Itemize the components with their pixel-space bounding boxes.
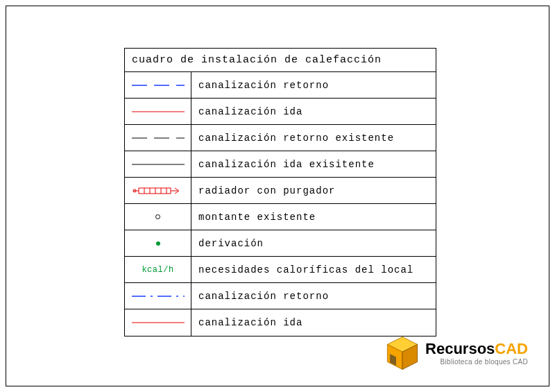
logo-brand-prefix: Recursos bbox=[425, 340, 495, 357]
symbol-dashed-black-line bbox=[125, 125, 191, 151]
legend-label: canalización retorno existente bbox=[191, 125, 436, 151]
legend-label: canalización retorno bbox=[191, 72, 436, 98]
logo-text: RecursosCAD Biblioteca de bloques CAD bbox=[425, 341, 528, 366]
legend-row: kcal/h necesidades caloríficas del local bbox=[125, 257, 436, 283]
legend-label: canalización retorno bbox=[191, 283, 436, 309]
legend-row: derivación bbox=[125, 230, 436, 257]
symbol-filled-green-dot-icon bbox=[125, 230, 191, 256]
legend-title: cuadro de instalación de calefacción bbox=[125, 49, 436, 72]
svg-rect-5 bbox=[139, 188, 171, 194]
symbol-open-circle-icon bbox=[125, 204, 191, 230]
legend-row: canalización retorno existente bbox=[125, 125, 436, 151]
legend-row: canalización retorno bbox=[125, 72, 436, 99]
legend-row: canalización ida bbox=[125, 309, 436, 336]
legend-label: montante existente bbox=[191, 204, 436, 230]
symbol-dashed-blue-line bbox=[125, 72, 191, 98]
symbol-solid-red-line bbox=[125, 99, 191, 124]
legend-label: canalización ida bbox=[191, 99, 436, 124]
legend-label: canalización ida bbox=[191, 309, 436, 336]
symbol-solid-black-line bbox=[125, 151, 191, 177]
symbol-kcal-text: kcal/h bbox=[125, 257, 191, 282]
symbol-solid-red-line bbox=[125, 309, 191, 336]
legend-label: derivación bbox=[191, 230, 436, 256]
legend-row: radiador con purgador bbox=[125, 178, 436, 204]
legend-table: cuadro de instalación de calefacción can… bbox=[124, 48, 436, 336]
outer-frame: cuadro de instalación de calefacción can… bbox=[6, 6, 549, 386]
legend-label: necesidades caloríficas del local bbox=[191, 257, 436, 282]
logo-tagline: Biblioteca de bloques CAD bbox=[425, 359, 528, 366]
logo-brand-suffix: CAD bbox=[495, 340, 528, 357]
symbol-radiator-icon bbox=[125, 178, 191, 203]
legend-label: canalización ida exisitente bbox=[191, 151, 436, 177]
legend-row: canalización ida exisitente bbox=[125, 151, 436, 178]
legend-row: montante existente bbox=[125, 204, 436, 230]
symbol-dashdot-blue-line bbox=[125, 283, 191, 309]
legend-row: canalización retorno bbox=[125, 283, 436, 309]
logo: RecursosCAD Biblioteca de bloques CAD bbox=[384, 334, 528, 372]
legend-label: radiador con purgador bbox=[191, 178, 436, 203]
cube-icon bbox=[384, 334, 421, 372]
legend-row: canalización ida bbox=[125, 99, 436, 125]
